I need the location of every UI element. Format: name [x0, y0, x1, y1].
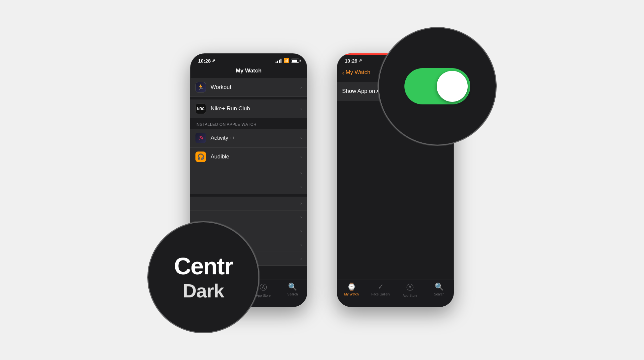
list-item-workout[interactable]: 🏃 Workout › [190, 78, 307, 97]
app-store-tab-icon-right: Ⓐ [406, 283, 414, 292]
tab-search-left[interactable]: 🔍 Search [278, 283, 307, 296]
signal-icon-left [276, 59, 281, 63]
magnify-circle-right [378, 27, 497, 146]
time-right: 10:29 [345, 58, 357, 64]
app-store-tab-icon-left: Ⓐ [260, 283, 267, 292]
nrc-label: Nike+ Run Club [211, 105, 300, 112]
activity-chevron: › [300, 135, 302, 141]
section-gap-1 [190, 97, 307, 99]
audible-chevron: › [300, 154, 302, 159]
left-phone: 10:28 ⇗ 📶 [190, 53, 307, 307]
workout-chevron: › [300, 85, 302, 90]
tab-bar-right: ⌚ My Watch ✓ Face Gallery Ⓐ App Store 🔍 … [337, 280, 454, 307]
status-bar-left: 10:28 ⇗ 📶 [190, 53, 307, 66]
big-toggle-knob [437, 71, 468, 102]
toggle-label: Show App on Ap [342, 88, 383, 95]
blank-row-1: › [190, 166, 307, 180]
time-left: 10:28 [198, 58, 211, 64]
activity-icon: ◎ [195, 133, 206, 143]
face-gallery-tab-label-right: Face Gallery [371, 292, 390, 296]
section-header-installed: INSTALLED ON APPLE WATCH [190, 118, 307, 129]
location-icon-left: ⇗ [212, 58, 215, 63]
battery-icon-left [291, 59, 299, 63]
search-tab-label-left: Search [287, 292, 298, 296]
nrc-chevron: › [300, 106, 302, 111]
activity-label: Activity++ [211, 135, 300, 141]
wifi-icon-left: 📶 [283, 58, 289, 63]
magnify-text-centr: Centr [174, 253, 233, 280]
tab-my-watch-right[interactable]: ⌚ My Watch [337, 283, 366, 296]
list-item-audible[interactable]: 🎧 Audible › [190, 148, 307, 166]
app-store-tab-label-right: App Store [403, 294, 417, 297]
magnify-circle-left: Centr Dark [147, 221, 259, 333]
location-icon-right: ⇗ [359, 58, 362, 63]
tab-search-right[interactable]: 🔍 Search [424, 283, 454, 296]
section-gap-2 [190, 194, 307, 197]
workout-icon: 🏃 [195, 82, 206, 93]
face-gallery-tab-icon-right: ✓ [378, 283, 384, 291]
search-tab-label-right: Search [434, 292, 445, 296]
search-tab-icon-left: 🔍 [288, 283, 297, 291]
blank-row-2: › [190, 180, 307, 194]
big-toggle [404, 68, 470, 104]
tab-face-gallery-right[interactable]: ✓ Face Gallery [366, 283, 395, 296]
my-watch-tab-icon-right: ⌚ [347, 283, 356, 291]
search-tab-icon-right: 🔍 [435, 283, 444, 291]
list-item-activity[interactable]: ◎ Activity++ › [190, 129, 307, 148]
back-arrow-icon: ‹ [342, 69, 344, 76]
back-label: My Watch [346, 69, 370, 76]
tab-app-store-right[interactable]: Ⓐ App Store [395, 283, 425, 297]
magnify-text-dark: Dark [183, 280, 224, 302]
page-title-left: My Watch [190, 66, 307, 78]
workout-label: Workout [211, 84, 300, 91]
right-phone: 10:29 ⇗ ‹ My Watch Show App on Ap [337, 53, 454, 307]
list-item-nrc[interactable]: NRC Nike+ Run Club › [190, 99, 307, 118]
my-watch-tab-label-right: My Watch [344, 292, 359, 296]
nrc-icon: NRC [195, 103, 206, 114]
app-store-tab-label-left: App Store [256, 294, 271, 297]
audible-icon: 🎧 [195, 152, 206, 162]
audible-label: Audible [211, 153, 300, 160]
blank-row-3: › [190, 197, 307, 210]
